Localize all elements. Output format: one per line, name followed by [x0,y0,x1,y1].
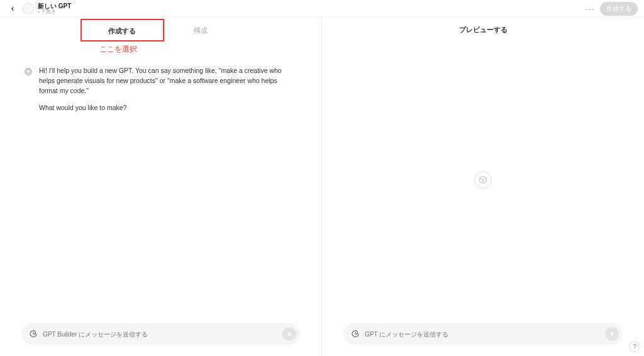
gpt-avatar-placeholder[interactable] [23,3,34,14]
preview-input-row [322,317,644,356]
assistant-message-body: Hi! I'll help you build a new GPT. You c… [39,66,297,121]
attachment-icon[interactable] [29,330,38,338]
assistant-text-2: What would you like to make? [39,103,297,113]
preview-empty-icon [474,171,492,189]
attachment-icon[interactable] [351,330,360,338]
builder-send-button[interactable] [282,327,296,341]
cube-icon [479,175,487,184]
annotation-label: ここを選択 [99,44,137,55]
help-button[interactable]: ? [629,341,640,352]
assistant-text-1: Hi! I'll help you build a new GPT. You c… [39,66,297,96]
app-header: 新しい GPT • 下書き ··· 作成する [0,0,644,18]
header-left: 新しい GPT • 下書き [6,3,71,15]
builder-panel: 作成する 構成 ここを選択 Hi! I'll help you build a … [0,18,322,356]
page-title: 新しい GPT [38,3,71,9]
assistant-icon [24,67,33,76]
arrow-up-icon [286,331,292,337]
chevron-left-icon [9,6,16,12]
create-gpt-button[interactable]: 作成する [600,2,638,16]
header-right: ··· 作成する [586,2,638,16]
preview-title: プレビューする [322,18,644,42]
tab-create[interactable]: 作成する [82,21,162,41]
preview-message-input[interactable] [365,331,600,338]
builder-tabs: 作成する 構成 [82,21,240,41]
preview-input-box[interactable] [343,323,623,345]
preview-body [322,42,644,317]
preview-panel: プレビューする ? [322,18,644,356]
header-title-area: 新しい GPT • 下書き [38,3,71,15]
main-content: 作成する 構成 ここを選択 Hi! I'll help you build a … [0,18,644,356]
draft-status: • 下書き [38,9,71,15]
chat-area: Hi! I'll help you build a new GPT. You c… [0,41,321,317]
preview-send-button[interactable] [605,327,619,341]
builder-input-box[interactable] [21,323,300,345]
back-button[interactable] [6,3,19,15]
openai-icon [24,67,33,76]
more-button[interactable]: ··· [586,4,595,14]
builder-message-input[interactable] [43,331,277,338]
tab-configure[interactable]: 構成 [162,21,240,41]
assistant-message: Hi! I'll help you build a new GPT. You c… [24,66,297,121]
builder-input-row [0,317,321,356]
arrow-up-icon [609,331,615,337]
